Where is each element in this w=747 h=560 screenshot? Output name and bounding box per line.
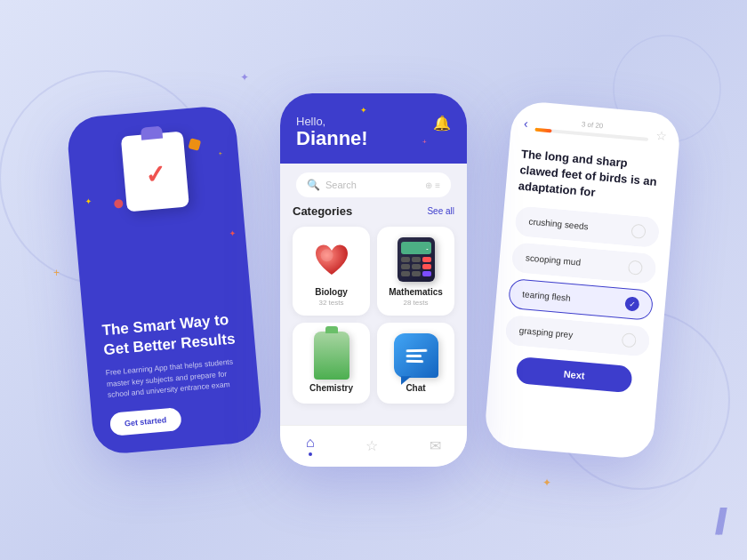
nav-bookmark[interactable]: ☆ xyxy=(365,437,378,454)
option-4-indicator xyxy=(622,332,637,348)
option-4-text: grasping prey xyxy=(518,325,573,340)
nav-home[interactable]: ⌂ xyxy=(306,435,315,456)
greeting-text: Hello, xyxy=(296,115,451,128)
clipboard-icon: ✓ xyxy=(121,132,189,212)
center-header: Hello, Dianne! 🔔 ✦ + xyxy=(280,93,467,164)
chat-icon xyxy=(394,333,438,378)
biology-count: 32 tests xyxy=(318,299,343,307)
option-2-indicator xyxy=(628,260,643,275)
left-phone-description: Free Learning App that helps students ma… xyxy=(105,356,241,401)
bookmark-nav-icon: ☆ xyxy=(365,438,378,453)
biology-card[interactable]: Biology 32 tests xyxy=(293,227,370,316)
back-button[interactable]: ‹ xyxy=(523,116,528,130)
header-star-2: + xyxy=(422,138,427,146)
search-filter-icons: ⊕ ≡ xyxy=(425,180,440,190)
mathematics-card[interactable]: - xyxy=(377,227,454,316)
mathematics-name: Mathematics xyxy=(389,287,443,297)
bottom-navigation: ⌂ ☆ ✉ xyxy=(280,425,467,467)
star-left: ✦ xyxy=(85,197,93,207)
bell-icon[interactable]: 🔔 xyxy=(433,115,451,132)
phone-right: ‹ 3 of 20 ☆ The long and sharp clawed fe… xyxy=(483,100,681,460)
option-tearing-flesh[interactable]: tearing flesh ✓ xyxy=(508,277,654,320)
mail-icon: ✉ xyxy=(430,438,441,453)
option-scooping-mud[interactable]: scooping mud xyxy=(511,242,657,284)
question-area: The long and sharp clawed feet of birds … xyxy=(488,138,679,404)
mathematics-count: 28 tests xyxy=(403,299,428,307)
chat-card[interactable]: Chat xyxy=(377,323,454,404)
chat-name: Chat xyxy=(406,383,425,393)
header-star-1: ✦ xyxy=(360,106,367,115)
progress-bar-fill xyxy=(534,128,552,133)
search-icon: 🔍 xyxy=(307,179,320,191)
option-grasping-prey[interactable]: grasping prey xyxy=(504,314,650,356)
quiz-bookmark-icon[interactable]: ☆ xyxy=(655,127,668,142)
question-text: The long and sharp clawed feet of birds … xyxy=(518,146,665,206)
star-red: ✦ xyxy=(229,229,237,239)
categories-grid: Biology 32 tests - xyxy=(293,227,454,404)
option-1-text: crushing seeds xyxy=(528,217,589,232)
search-bar[interactable]: 🔍 Search ⊕ ≡ xyxy=(296,172,451,197)
categories-title: Categories xyxy=(293,204,352,218)
option-3-text: tearing flesh xyxy=(522,289,571,303)
phones-container: ✓ ✦ + ✦ The Smart Way to Get Better Resu… xyxy=(53,40,694,520)
star-right: + xyxy=(218,150,222,156)
option-3-indicator: ✓ xyxy=(624,296,639,311)
biology-name: Biology xyxy=(315,287,348,297)
center-body: Categories See all xyxy=(280,188,467,420)
home-icon: ⌂ xyxy=(306,435,315,451)
categories-section-header: Categories See all xyxy=(293,204,454,218)
biology-icon xyxy=(309,237,354,282)
chemistry-name: Chemistry xyxy=(309,383,353,393)
option-2-text: scooping mud xyxy=(525,252,581,267)
option-crushing-seeds[interactable]: crushing seeds xyxy=(514,205,660,248)
option-1-indicator xyxy=(631,223,646,238)
mathematics-icon: - xyxy=(394,237,438,282)
phone-center: Hello, Dianne! 🔔 ✦ + 🔍 Search ⊕ ≡ Catego… xyxy=(280,93,467,467)
double-slash-decoration: // xyxy=(715,502,720,542)
chemistry-card[interactable]: Chemistry xyxy=(293,323,370,404)
chemistry-icon xyxy=(309,333,354,378)
get-started-button[interactable]: Get started xyxy=(109,407,181,436)
answer-options: crushing seeds scooping mud tearing fles… xyxy=(504,205,660,357)
user-name: Dianne! xyxy=(296,128,451,149)
next-button[interactable]: Next xyxy=(516,356,633,393)
see-all-link[interactable]: See all xyxy=(427,206,454,216)
nav-mail[interactable]: ✉ xyxy=(430,437,441,454)
search-placeholder-text: Search xyxy=(325,180,420,190)
phone-left: ✓ ✦ + ✦ The Smart Way to Get Better Resu… xyxy=(66,104,263,455)
progress-container: 3 of 20 xyxy=(534,116,649,141)
check-mark: ✓ xyxy=(144,159,167,190)
